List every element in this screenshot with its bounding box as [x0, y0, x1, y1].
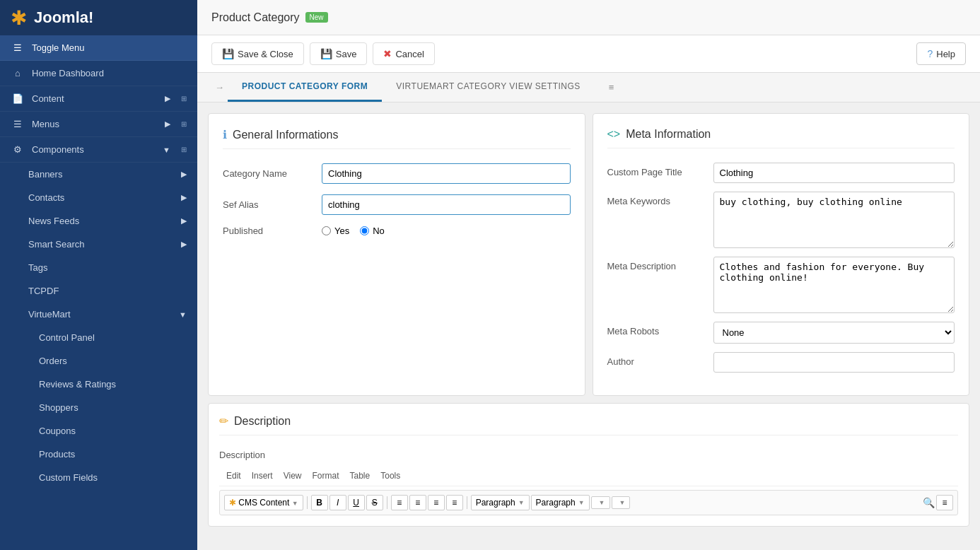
sidebar-home-label: Home Dashboard: [32, 68, 187, 78]
sidebar-item-content[interactable]: 📄 Content ▶ ⊞: [0, 86, 197, 112]
editor-menu-tools[interactable]: Tools: [377, 469, 404, 482]
sidebar-item-custom-fields[interactable]: Custom Fields: [0, 466, 197, 489]
joomla-logo-icon: ✱: [11, 6, 27, 30]
tabs-area: → PRODUCT CATEGORY FORM VIRTUEMART CATEG…: [197, 73, 980, 103]
products-label: Products: [39, 449, 75, 460]
font-size-arrow-icon: ▼: [599, 499, 605, 506]
help-icon: ?: [927, 48, 933, 59]
sidebar-item-banners[interactable]: Banners ▶: [0, 163, 197, 186]
editor-underline-button[interactable]: U: [348, 495, 365, 510]
sidebar-item-home-dashboard[interactable]: ⌂ Home Dashboard: [0, 61, 197, 86]
editor-menu-view[interactable]: View: [280, 469, 305, 482]
published-label: Published: [223, 226, 315, 236]
meta-keywords-row: Meta Keywords buy clothing, buy clothing…: [607, 192, 955, 248]
menus-arrow-icon: ▶: [165, 119, 170, 129]
meta-keywords-textarea[interactable]: buy clothing, buy clothing online: [713, 192, 955, 248]
font-size-dropdown[interactable]: ▼: [591, 496, 610, 509]
sidebar-item-components[interactable]: ⚙ Components ▼ ⊞: [0, 137, 197, 163]
content-arrow-icon: ▶: [165, 94, 170, 103]
news-feeds-label: News Feeds: [28, 216, 79, 226]
author-row: Author: [607, 352, 955, 373]
main-content: Product Category New 💾 Save & Close 💾 Sa…: [197, 0, 980, 550]
category-name-row: Category Name: [223, 163, 571, 184]
components-arrow-icon: ▼: [163, 146, 170, 154]
save-icon: 💾: [320, 48, 332, 59]
editor-separator-2: [387, 496, 387, 509]
info-circle-icon: ℹ: [223, 128, 227, 141]
sidebar-item-toggle-menu[interactable]: ☰ Toggle Menu: [0, 35, 197, 61]
sidebar-item-news-feeds[interactable]: News Feeds ▶: [0, 209, 197, 233]
sidebar-item-contacts[interactable]: Contacts ▶: [0, 186, 197, 209]
editor-align-justify-button[interactable]: ≡: [446, 495, 463, 510]
tab-product-category-form[interactable]: PRODUCT CATEGORY FORM: [228, 73, 382, 102]
sidebar-item-coupons[interactable]: Coupons: [0, 419, 197, 443]
description-label: Description: [219, 450, 958, 460]
sidebar-item-virtuemart[interactable]: VirtueMart ▼: [0, 303, 197, 326]
banners-label: Banners: [28, 169, 62, 180]
editor-list-icon[interactable]: ≡: [936, 495, 953, 510]
sidebar-item-tags[interactable]: Tags: [0, 256, 197, 279]
editor-search-icon[interactable]: 🔍: [923, 497, 935, 508]
meta-info-heading: Meta Information: [626, 128, 711, 141]
tab-arrow-icon[interactable]: →: [211, 75, 228, 100]
meta-description-textarea[interactable]: Clothes and fashion for everyone. Buy cl…: [713, 257, 955, 313]
editor-menu-table[interactable]: Table: [346, 469, 374, 482]
sidebar-item-control-panel[interactable]: Control Panel: [0, 326, 197, 349]
general-info-title: ℹ General Informations: [223, 128, 571, 149]
editor-separator-3: [467, 496, 467, 509]
sef-alias-input[interactable]: [322, 194, 571, 215]
editor-strikethrough-button[interactable]: S: [366, 495, 383, 510]
save-label: Save: [336, 49, 357, 59]
menus-grid-icon: ⊞: [181, 120, 187, 128]
shoppers-label: Shoppers: [39, 402, 78, 413]
sidebar-item-orders[interactable]: Orders: [0, 349, 197, 373]
help-button[interactable]: ? Help: [916, 42, 966, 65]
published-yes-option[interactable]: Yes: [322, 226, 349, 236]
cms-content-dropdown[interactable]: ✱ CMS Content ▼: [224, 495, 303, 510]
font-color-dropdown[interactable]: ▼: [612, 496, 631, 509]
save-button[interactable]: 💾 Save: [310, 42, 368, 65]
paragraph-format-label: Paragraph: [476, 498, 515, 508]
font-family-dropdown[interactable]: Paragraph ▼: [531, 495, 590, 510]
published-row: Published Yes No: [223, 226, 571, 236]
banners-arrow-icon: ▶: [181, 170, 187, 179]
virtuemart-arrow-icon: ▼: [179, 310, 187, 319]
sidebar-item-menus[interactable]: ☰ Menus ▶ ⊞: [0, 112, 197, 137]
category-name-input[interactable]: [322, 163, 571, 184]
sef-alias-row: Sef Alias: [223, 194, 571, 215]
sidebar-item-smart-search[interactable]: Smart Search ▶: [0, 233, 197, 256]
components-icon: ⚙: [11, 144, 25, 155]
editor-menu-edit[interactable]: Edit: [223, 469, 245, 482]
sidebar-item-tcpdf[interactable]: TCPDF: [0, 279, 197, 303]
editor-italic-button[interactable]: I: [329, 495, 346, 510]
editor-align-right-button[interactable]: ≡: [428, 495, 445, 510]
cancel-button[interactable]: ✖ Cancel: [373, 42, 434, 65]
cms-logo-icon: ✱: [229, 498, 236, 508]
editor-bold-button[interactable]: B: [311, 495, 328, 510]
published-yes-radio[interactable]: [322, 226, 331, 235]
meta-robots-select[interactable]: None index, follow noindex, nofollow ind…: [713, 322, 955, 344]
published-no-option[interactable]: No: [360, 226, 385, 236]
published-no-radio[interactable]: [360, 226, 369, 235]
custom-page-title-input[interactable]: [713, 163, 955, 183]
sidebar-item-shoppers[interactable]: Shoppers: [0, 396, 197, 419]
author-label: Author: [607, 352, 706, 373]
cms-content-label: CMS Content: [238, 498, 289, 508]
description-panel: ✏ Description Description Edit Insert Vi…: [208, 403, 969, 527]
author-input[interactable]: [713, 352, 955, 373]
editor-toolbar: ✱ CMS Content ▼ B I U S ≡ ≡ ≡ ≡: [219, 490, 958, 515]
editor-separator-1: [307, 496, 308, 509]
save-close-button[interactable]: 💾 Save & Close: [211, 42, 304, 65]
tab-virtuemart-category-view[interactable]: VIRTUEMART CATEGORY VIEW SETTINGS: [382, 73, 595, 102]
paragraph-format-dropdown[interactable]: Paragraph ▼: [471, 495, 530, 510]
editor-menu-format[interactable]: Format: [309, 469, 343, 482]
components-grid-icon: ⊞: [181, 146, 187, 153]
sidebar-item-products[interactable]: Products: [0, 443, 197, 466]
editor-align-left-button[interactable]: ≡: [391, 495, 408, 510]
sidebar-item-reviews-ratings[interactable]: Reviews & Ratings: [0, 373, 197, 396]
column-toggle-icon[interactable]: ≡: [602, 75, 622, 100]
editor-align-center-button[interactable]: ≡: [409, 495, 426, 510]
editor-menu-insert[interactable]: Insert: [248, 469, 276, 482]
font-family-label: Paragraph: [536, 498, 576, 508]
save-close-label: Save & Close: [238, 49, 293, 59]
